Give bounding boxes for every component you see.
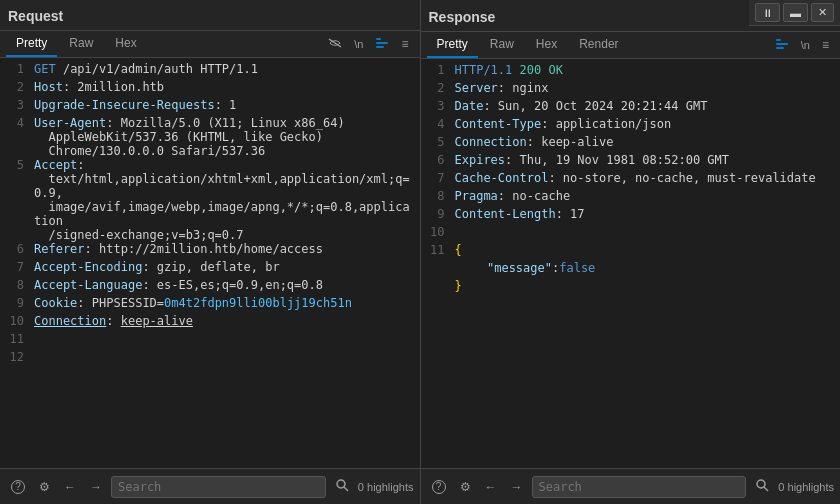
response-settings-button[interactable]: ⚙ — [455, 477, 476, 497]
request-panel: Request Pretty Raw Hex \n — [0, 0, 421, 504]
svg-rect-3 — [376, 46, 384, 48]
response-search-button[interactable] — [750, 475, 774, 498]
table-row: 10 Connection: keep-alive — [0, 314, 420, 332]
svg-point-4 — [337, 480, 345, 488]
response-help-button[interactable]: ? — [427, 477, 451, 497]
request-tabs-bar: Pretty Raw Hex \n — [0, 31, 420, 58]
request-forward-button[interactable]: → — [85, 477, 107, 497]
request-search-button[interactable] — [330, 475, 354, 498]
response-menu-icon[interactable]: ≡ — [817, 36, 834, 54]
table-row: 7 Accept-Encoding: gzip, deflate, br — [0, 260, 420, 278]
close-button[interactable]: ✕ — [811, 3, 834, 22]
request-back-button[interactable]: ← — [59, 477, 81, 497]
table-row: 10 — [421, 225, 841, 243]
table-row: 3 Upgrade-Insecure-Requests: 1 — [0, 98, 420, 116]
response-content: 1 HTTP/1.1 200 OK 2 Server: nginx 3 Date… — [421, 59, 841, 468]
table-row: 1 GET /api/v1/admin/auth HTTP/1.1 — [0, 62, 420, 80]
table-row: 11 { — [421, 243, 841, 261]
table-row: 9 Content-Length: 17 — [421, 207, 841, 225]
request-tab-hex[interactable]: Hex — [105, 31, 146, 57]
svg-line-0 — [329, 39, 341, 47]
request-settings-button[interactable]: ⚙ — [34, 477, 55, 497]
response-pretty-icon[interactable] — [770, 36, 794, 55]
request-search-input[interactable] — [111, 476, 326, 498]
request-content: 1 GET /api/v1/admin/auth HTTP/1.1 2 Host… — [0, 58, 420, 468]
request-eye-off-icon[interactable] — [323, 35, 347, 53]
request-menu-icon[interactable]: ≡ — [396, 35, 413, 53]
table-row: 2 Server: nginx — [421, 81, 841, 99]
table-row: 8 Accept-Language: es-ES,es;q=0.9,en;q=0… — [0, 278, 420, 296]
response-back-button[interactable]: ← — [480, 477, 502, 497]
svg-rect-1 — [376, 38, 381, 40]
response-tab-render[interactable]: Render — [569, 32, 628, 58]
request-tab-raw[interactable]: Raw — [59, 31, 103, 57]
request-tab-pretty[interactable]: Pretty — [6, 31, 57, 57]
response-search-input[interactable] — [532, 476, 747, 498]
svg-rect-8 — [776, 47, 784, 49]
response-wrap-icon[interactable]: \n — [796, 36, 815, 54]
minimize-button[interactable]: ▬ — [783, 3, 808, 22]
response-bottom-bar: ? ⚙ ← → 0 highlights — [421, 468, 841, 504]
table-row: 9 Cookie: PHPSESSID=0m4t2fdpn9lli00bljj1… — [0, 296, 420, 314]
response-tab-raw[interactable]: Raw — [480, 32, 524, 58]
table-row: 4 User-Agent: Mozilla/5.0 (X11; Linux x8… — [0, 116, 420, 158]
response-tab-hex[interactable]: Hex — [526, 32, 567, 58]
response-panel-title: Response — [429, 9, 752, 25]
response-panel: Response ⏸ ▬ ✕ Pretty Raw Hex Render — [421, 0, 841, 504]
table-row: 4 Content-Type: application/json — [421, 117, 841, 135]
table-row: 11 — [0, 332, 420, 350]
table-row: 5 Accept: text/html,application/xhtml+xm… — [0, 158, 420, 242]
table-row: "message":false — [421, 261, 841, 279]
table-row: 5 Connection: keep-alive — [421, 135, 841, 153]
request-panel-title: Request — [8, 8, 412, 24]
table-row: 2 Host: 2million.htb — [0, 80, 420, 98]
response-tabs-bar: Pretty Raw Hex Render \n ≡ — [421, 32, 841, 59]
table-row: 1 HTTP/1.1 200 OK — [421, 63, 841, 81]
table-row: 6 Referer: http://2million.htb/home/acce… — [0, 242, 420, 260]
svg-rect-2 — [376, 42, 388, 44]
svg-rect-7 — [776, 43, 788, 45]
table-row: 7 Cache-Control: no-store, no-cache, mus… — [421, 171, 841, 189]
table-row: 3 Date: Sun, 20 Oct 2024 20:21:44 GMT — [421, 99, 841, 117]
table-row: 12 — [0, 350, 420, 368]
request-wrap-icon[interactable]: \n — [349, 35, 368, 53]
request-pretty-icon[interactable] — [370, 35, 394, 54]
response-highlights-label: 0 highlights — [778, 481, 834, 493]
svg-rect-6 — [776, 39, 781, 41]
svg-point-9 — [757, 480, 765, 488]
response-forward-button[interactable]: → — [506, 477, 528, 497]
pause-button[interactable]: ⏸ — [755, 3, 780, 22]
response-tab-pretty[interactable]: Pretty — [427, 32, 478, 58]
svg-line-10 — [764, 487, 768, 491]
svg-line-5 — [344, 487, 348, 491]
request-bottom-bar: ? ⚙ ← → 0 highlights — [0, 468, 420, 504]
table-row: 8 Pragma: no-cache — [421, 189, 841, 207]
table-row: 6 Expires: Thu, 19 Nov 1981 08:52:00 GMT — [421, 153, 841, 171]
request-highlights-label: 0 highlights — [358, 481, 414, 493]
request-help-button[interactable]: ? — [6, 477, 30, 497]
table-row: } — [421, 279, 841, 297]
